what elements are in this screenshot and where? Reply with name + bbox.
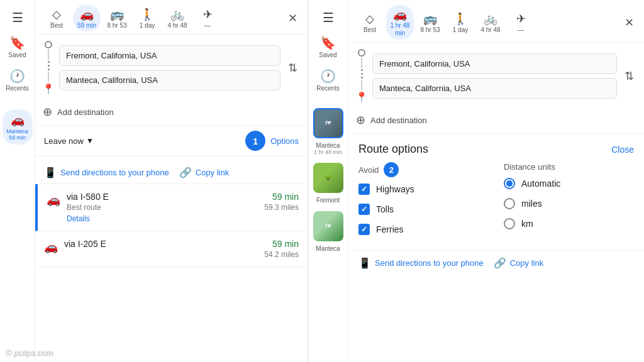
route-item-1[interactable]: 🚗 via I-580 E Best route Details 59 min … — [35, 184, 308, 231]
route-input-fields — [59, 45, 280, 90]
destination-input[interactable] — [59, 70, 280, 90]
origin-input[interactable] — [59, 45, 280, 66]
drive-label: 59 min — [77, 22, 96, 29]
right-saved-label: Saved — [319, 52, 336, 58]
right-mode-transit[interactable]: 🚌 8 hr 53 — [416, 9, 444, 36]
right-mode-drive[interactable]: 🚗 1 hr 48min — [386, 5, 414, 40]
route-car-icon: 🚗 — [47, 193, 60, 207]
left-sidebar: ☰ 🔖 Saved 🕐 Recents 🚗 Manteca59 min — [0, 0, 35, 362]
route-line — [48, 50, 49, 60]
mode-bike[interactable]: 🚲 4 hr 48 — [164, 5, 191, 31]
mode-transit[interactable]: 🚌 8 hr 53 — [103, 5, 131, 31]
menu-icon: ☰ — [12, 10, 23, 25]
nav-label: Manteca59 min — [6, 128, 28, 141]
right-add-destination-button[interactable]: ⊕ Add destination — [348, 109, 644, 133]
mode-fly[interactable]: ✈ — — [194, 5, 221, 31]
route-2-time: 59 min 54.2 miles — [264, 239, 299, 259]
sidebar-item-recents[interactable]: 🕐 Recents — [3, 63, 33, 97]
right-plus-icon: ⊕ — [356, 113, 365, 127]
highways-checkbox[interactable]: ✓ — [358, 184, 370, 195]
distance-units-heading: Distance units — [504, 162, 634, 172]
route-list: 📱 Send directions to your phone 🔗 Copy l… — [35, 156, 308, 362]
checkbox-highways[interactable]: ✓ Highways — [358, 184, 489, 195]
right-clock-icon: 🕐 — [320, 69, 336, 84]
avoid-heading: Avoid 2 — [358, 162, 489, 177]
fly-label: — — [204, 22, 211, 29]
right-send-directions-button[interactable]: 📱 Send directions to your phone — [358, 257, 484, 269]
avoid-distance-section: Avoid 2 ✓ Highways ✓ — [348, 162, 644, 250]
thumbnail-manteca2[interactable]: 🗺 Manteca — [313, 209, 343, 252]
km-radio[interactable] — [504, 218, 515, 229]
thumbnail-fremont[interactable]: 🌳 Fremont — [313, 160, 343, 204]
radio-miles[interactable]: miles — [504, 198, 634, 209]
right-mode-bike[interactable]: 🚲 4 hr 48 — [477, 9, 504, 36]
thumbnail-manteca[interactable]: 🗺 Manteca 1 hr 48 min — [313, 106, 343, 155]
add-destination-button[interactable]: ⊕ Add destination — [35, 101, 308, 125]
radio-km[interactable]: km — [504, 218, 634, 229]
thumb-fremont-label: Fremont — [316, 197, 340, 204]
options-link[interactable]: Options — [270, 136, 299, 146]
options-bar: Leave now ▼ 1 Options — [35, 125, 308, 156]
mode-drive[interactable]: 🚗 59 min — [73, 5, 101, 31]
right-send-copy-bar: 📱 Send directions to your phone 🔗 Copy l… — [348, 250, 644, 275]
right-route-line — [361, 58, 362, 68]
automatic-radio[interactable] — [504, 178, 515, 189]
route-1-sub: Best route — [67, 203, 258, 212]
highways-check-icon: ✓ — [361, 185, 367, 194]
checkbox-tolls[interactable]: ✓ Tolls — [358, 204, 489, 215]
route-2-duration: 59 min — [264, 239, 299, 249]
sidebar-item-saved[interactable]: 🔖 Saved — [3, 30, 33, 63]
radio-automatic[interactable]: Automatic — [504, 178, 634, 189]
ferries-checkbox[interactable]: ✓ — [358, 224, 370, 235]
right-copy-link-button[interactable]: 🔗 Copy link — [494, 257, 543, 269]
checkbox-ferries[interactable]: ✓ Ferries — [358, 224, 489, 235]
right-swap-button[interactable]: ⇅ — [622, 67, 636, 85]
avoid-badge-number: 2 — [389, 165, 394, 175]
right-sidebar-saved[interactable]: 🔖 Saved — [313, 30, 343, 63]
right-route-waypoint-icons: 📍 — [356, 49, 367, 103]
route-options-close-button[interactable]: Close — [611, 145, 634, 155]
right-mode-walk[interactable]: 🚶 1 day — [447, 9, 474, 36]
clock-icon: 🕐 — [9, 69, 25, 84]
right-main-content: ◇ Best 🚗 1 hr 48min 🚌 8 hr 53 🚶 1 day 🚲 … — [348, 0, 644, 362]
right-drive-icon: 🚗 — [393, 8, 407, 21]
mode-walk[interactable]: 🚶 1 day — [133, 5, 161, 31]
right-origin-dot — [358, 49, 365, 57]
right-menu-button[interactable]: ☰ — [313, 5, 343, 30]
right-bike-label: 4 hr 48 — [480, 26, 500, 33]
send-directions-button[interactable]: 📱 Send directions to your phone — [44, 167, 169, 178]
swap-directions-button[interactable]: ⇅ — [286, 58, 300, 77]
route-item-2[interactable]: 🚗 via I-205 E 59 min 54.2 miles — [35, 231, 308, 267]
leave-now-label: Leave now — [44, 136, 84, 146]
right-destination-input[interactable] — [372, 78, 617, 99]
right-mode-fly[interactable]: ✈ — — [507, 9, 535, 36]
right-close-button[interactable]: ✕ — [622, 13, 636, 32]
route-2-info: via I-205 E — [64, 239, 258, 249]
route-inputs-area: 📍 ⇅ — [35, 35, 308, 101]
route-1-details-link[interactable]: Details — [67, 214, 258, 223]
right-best-icon: ◇ — [365, 12, 374, 26]
send-copy-bar: 📱 Send directions to your phone 🔗 Copy l… — [35, 162, 308, 184]
route-1-duration: 59 min — [264, 192, 299, 202]
options-badge-number: 1 — [253, 136, 258, 146]
link-icon: 🔗 — [179, 167, 192, 178]
right-origin-input[interactable] — [372, 53, 617, 74]
thumb-manteca-sublabel: 1 hr 48 min — [314, 149, 342, 155]
tolls-checkbox[interactable]: ✓ — [358, 204, 370, 215]
right-mode-best[interactable]: ◇ Best — [356, 9, 384, 36]
right-sidebar-recents[interactable]: 🕐 Recents — [313, 63, 343, 97]
route-options-header: Route options Close — [348, 134, 644, 162]
recents-label: Recents — [6, 85, 29, 92]
menu-button[interactable]: ☰ — [3, 5, 33, 30]
km-label: km — [521, 219, 533, 229]
sidebar-item-navigation[interactable]: 🚗 Manteca59 min — [3, 109, 33, 145]
options-badge-button[interactable]: 1 — [245, 131, 265, 151]
leave-now-dropdown[interactable]: Leave now ▼ — [44, 136, 94, 146]
right-transit-label: 8 hr 53 — [420, 26, 440, 33]
close-directions-button[interactable]: ✕ — [286, 9, 300, 28]
miles-radio[interactable] — [504, 198, 515, 209]
mode-best[interactable]: ◇ Best — [43, 5, 70, 31]
right-sidebar: ☰ 🔖 Saved 🕐 Recents 🗺 Manteca 1 hr 48 mi… — [308, 0, 348, 362]
right-panel: ☰ 🔖 Saved 🕐 Recents 🗺 Manteca 1 hr 48 mi… — [308, 0, 644, 362]
copy-link-button[interactable]: 🔗 Copy link — [179, 167, 229, 178]
